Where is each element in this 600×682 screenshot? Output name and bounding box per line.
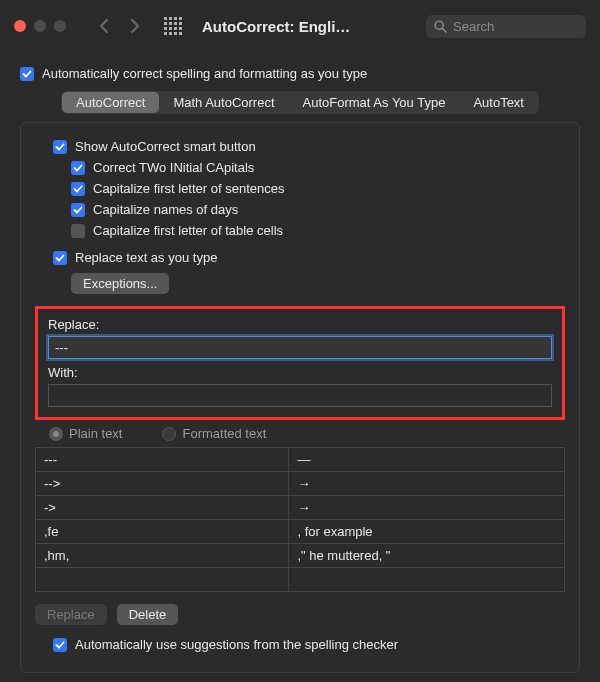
radio-label: Plain text (69, 426, 122, 441)
table-row: -> → (36, 495, 564, 519)
option-capitalize-sentences[interactable]: Capitalize first letter of sentences (71, 181, 565, 196)
table-cell-to[interactable]: , for example (289, 520, 564, 543)
back-button[interactable] (92, 14, 116, 38)
tab-autotext[interactable]: AutoText (459, 92, 538, 113)
tabbar: AutoCorrect Math AutoCorrect AutoFormat … (61, 91, 539, 114)
checkbox-icon (71, 182, 85, 196)
autocorrect-table[interactable]: --- — --> → -> → ,fe , for example ,hm, … (35, 447, 565, 592)
option-capitalize-table-cells[interactable]: Capitalize first letter of table cells (71, 223, 565, 238)
checkbox-icon (20, 67, 34, 81)
exceptions-button[interactable]: Exceptions... (71, 273, 169, 294)
tab-math-autocorrect[interactable]: Math AutoCorrect (159, 92, 288, 113)
checkbox-label: Capitalize first letter of table cells (93, 223, 283, 238)
table-cell-from[interactable]: -> (36, 496, 289, 519)
option-spelling-suggestions[interactable]: Automatically use suggestions from the s… (53, 637, 565, 652)
search-placeholder: Search (453, 19, 494, 34)
radio-plain-text[interactable]: Plain text (49, 426, 122, 441)
checkbox-label: Show AutoCorrect smart button (75, 139, 256, 154)
checkbox-icon (71, 203, 85, 217)
titlebar: AutoCorrect: Engli… Search (0, 0, 600, 52)
checkbox-label: Automatically use suggestions from the s… (75, 637, 398, 652)
minimize-window-button[interactable] (34, 20, 46, 32)
table-cell-to[interactable]: → (289, 496, 564, 519)
forward-button[interactable] (122, 14, 146, 38)
table-cell-to[interactable] (289, 568, 564, 591)
checkbox-icon (53, 251, 67, 265)
zoom-window-button[interactable] (54, 20, 66, 32)
checkbox-label: Correct TWo INitial CApitals (93, 160, 254, 175)
svg-line-1 (442, 28, 446, 32)
table-cell-to[interactable]: ," he muttered, " (289, 544, 564, 567)
table-cell-from[interactable]: ,hm, (36, 544, 289, 567)
tab-autoformat[interactable]: AutoFormat As You Type (289, 92, 460, 113)
checkbox-label: Replace text as you type (75, 250, 217, 265)
search-input[interactable]: Search (426, 15, 586, 38)
option-replace-as-you-type[interactable]: Replace text as you type (53, 250, 565, 265)
table-cell-to[interactable]: → (289, 472, 564, 495)
auto-correct-master-checkbox[interactable]: Automatically correct spelling and forma… (20, 66, 580, 81)
table-row: ,fe , for example (36, 519, 564, 543)
close-window-button[interactable] (14, 20, 26, 32)
text-format-radios: Plain text Formatted text (35, 420, 565, 447)
search-icon (434, 20, 447, 33)
table-cell-to[interactable]: — (289, 448, 564, 471)
checkbox-icon (53, 140, 67, 154)
checkbox-label: Capitalize names of days (93, 202, 238, 217)
replace-button[interactable]: Replace (35, 604, 107, 625)
show-all-icon[interactable] (164, 17, 182, 35)
replace-with-section: Replace: With: (35, 306, 565, 417)
window-title: AutoCorrect: Engli… (202, 18, 350, 35)
option-capitalize-days[interactable]: Capitalize names of days (71, 202, 565, 217)
checkbox-label: Capitalize first letter of sentences (93, 181, 284, 196)
autocorrect-panel: Show AutoCorrect smart button Correct TW… (20, 122, 580, 673)
replace-label: Replace: (48, 317, 552, 332)
with-label: With: (48, 365, 552, 380)
replace-input[interactable] (48, 336, 552, 359)
checkbox-label: Automatically correct spelling and forma… (42, 66, 367, 81)
table-cell-from[interactable]: --> (36, 472, 289, 495)
table-row (36, 567, 564, 591)
radio-icon (162, 427, 176, 441)
table-cell-from[interactable] (36, 568, 289, 591)
table-row: --- — (36, 447, 564, 471)
with-input[interactable] (48, 384, 552, 407)
radio-icon (49, 427, 63, 441)
tab-autocorrect[interactable]: AutoCorrect (62, 92, 159, 113)
radio-label: Formatted text (182, 426, 266, 441)
window-controls (14, 20, 66, 32)
option-smart-button[interactable]: Show AutoCorrect smart button (53, 139, 565, 154)
checkbox-icon (71, 161, 85, 175)
option-two-initial-capitals[interactable]: Correct TWo INitial CApitals (71, 160, 565, 175)
checkbox-icon (71, 224, 85, 238)
radio-formatted-text[interactable]: Formatted text (162, 426, 266, 441)
table-cell-from[interactable]: ,fe (36, 520, 289, 543)
table-row: ,hm, ," he muttered, " (36, 543, 564, 567)
table-row: --> → (36, 471, 564, 495)
delete-button[interactable]: Delete (117, 604, 179, 625)
checkbox-icon (53, 638, 67, 652)
table-cell-from[interactable]: --- (36, 448, 289, 471)
